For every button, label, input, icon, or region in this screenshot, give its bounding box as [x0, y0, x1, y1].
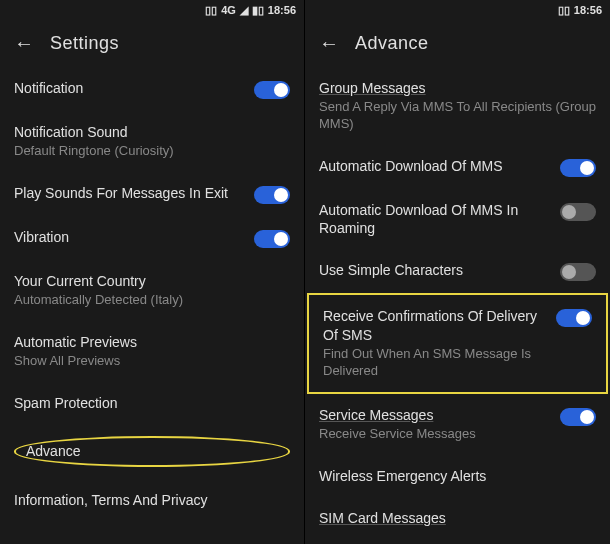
toggle-notification[interactable] — [254, 81, 290, 99]
setting-simple-chars[interactable]: Use Simple Characters — [305, 249, 610, 293]
header-left: ← Settings — [0, 20, 304, 67]
page-title: Advance — [355, 33, 429, 54]
sublabel: Automatically Detected (Italy) — [14, 292, 290, 309]
label: Group Messages — [319, 79, 596, 97]
label: Information, Terms And Privacy — [14, 491, 290, 509]
toggle-vibration[interactable] — [254, 230, 290, 248]
label: Notification Sound — [14, 123, 290, 141]
toggle-auto-mms-roaming[interactable] — [560, 203, 596, 221]
setting-play-sounds[interactable]: Play Sounds For Messages In Exit — [0, 172, 304, 216]
setting-previews[interactable]: Automatic Previews Show All Previews — [0, 321, 304, 382]
clock: 18:56 — [574, 4, 602, 16]
highlight-ellipse: Advance — [14, 436, 290, 466]
battery-icon: ▮▯ — [252, 4, 264, 17]
back-icon[interactable]: ← — [14, 32, 34, 55]
label: Spam Protection — [14, 394, 290, 412]
toggle-delivery-confirmation[interactable] — [556, 309, 592, 327]
label: Wireless Emergency Alerts — [319, 467, 596, 485]
label: Service Messages — [319, 406, 550, 424]
setting-sim-messages[interactable]: SIM Card Messages — [305, 497, 610, 539]
setting-advance[interactable]: Advance — [0, 424, 304, 478]
setting-auto-mms[interactable]: Automatic Download Of MMS — [305, 145, 610, 189]
clock: 18:56 — [268, 4, 296, 16]
page-title: Settings — [50, 33, 119, 54]
label: Play Sounds For Messages In Exit — [14, 184, 244, 202]
sublabel: Send A Reply Via MMS To All Recipients (… — [319, 99, 596, 133]
label: Receive Confirmations Of Delivery Of SMS — [323, 307, 546, 343]
signal-icon: ◢ — [240, 4, 248, 17]
label: Your Current Country — [14, 272, 290, 290]
label: Automatic Previews — [14, 333, 290, 351]
sublabel: Find Out When An SMS Message Is Delivere… — [323, 346, 546, 380]
toggle-service-messages[interactable] — [560, 408, 596, 426]
settings-list: Notification Notification Sound Default … — [0, 67, 304, 544]
setting-group-messages[interactable]: Group Messages Send A Reply Via MMS To A… — [305, 67, 610, 145]
label: SIM Card Messages — [319, 509, 596, 527]
label: Vibration — [14, 228, 244, 246]
toggle-play-sounds[interactable] — [254, 186, 290, 204]
label: Advance — [26, 443, 80, 459]
setting-spam[interactable]: Spam Protection — [0, 382, 304, 424]
label: Use Simple Characters — [319, 261, 550, 279]
sublabel: Show All Previews — [14, 353, 290, 370]
setting-notification[interactable]: Notification — [0, 67, 304, 111]
advance-list: Group Messages Send A Reply Via MMS To A… — [305, 67, 610, 544]
toggle-auto-mms[interactable] — [560, 159, 596, 177]
vibrate-icon: ▯▯ — [205, 4, 217, 17]
back-icon[interactable]: ← — [319, 32, 339, 55]
setting-wireless-alerts[interactable]: Wireless Emergency Alerts — [305, 455, 610, 497]
setting-notification-sound[interactable]: Notification Sound Default Ringtone (Cur… — [0, 111, 304, 172]
label: Notification — [14, 79, 244, 97]
setting-auto-mms-roaming[interactable]: Automatic Download Of MMS In Roaming — [305, 189, 610, 249]
setting-service-messages[interactable]: Service Messages Receive Service Message… — [305, 394, 610, 455]
header-right: ← Advance — [305, 20, 610, 67]
label: Automatic Download Of MMS In Roaming — [319, 201, 550, 237]
status-bar-right: ▯▯ 18:56 — [305, 0, 610, 20]
sublabel: Default Ringtone (Curiosity) — [14, 143, 290, 160]
advance-screen: ▯▯ 18:56 ← Advance Group Messages Send A… — [305, 0, 610, 544]
setting-vibration[interactable]: Vibration — [0, 216, 304, 260]
sublabel: Receive Service Messages — [319, 426, 550, 443]
net-icon: 4G — [221, 4, 236, 16]
status-bar-left: ▯▯ 4G ◢ ▮▯ 18:56 — [0, 0, 304, 20]
vibrate-icon: ▯▯ — [558, 4, 570, 17]
setting-delivery-confirmation[interactable]: Receive Confirmations Of Delivery Of SMS… — [307, 293, 608, 393]
setting-country[interactable]: Your Current Country Automatically Detec… — [0, 260, 304, 321]
label: Automatic Download Of MMS — [319, 157, 550, 175]
setting-info[interactable]: Information, Terms And Privacy — [0, 479, 304, 521]
toggle-simple-chars[interactable] — [560, 263, 596, 281]
settings-screen: ▯▯ 4G ◢ ▮▯ 18:56 ← Settings Notification… — [0, 0, 305, 544]
